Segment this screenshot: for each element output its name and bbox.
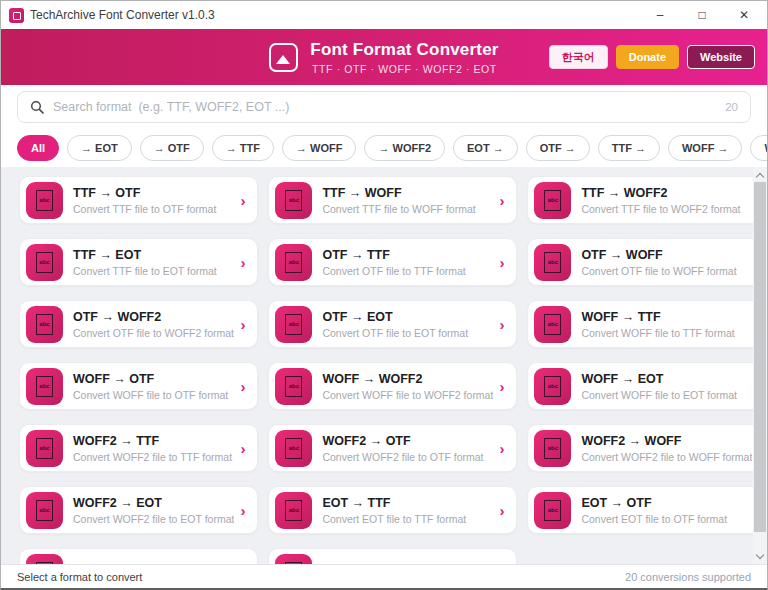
conversion-card[interactable]: abcTTF → OTFConvert TTF file to OTF form…: [19, 176, 258, 224]
abc-glyph: abc: [36, 376, 53, 397]
titlebar: TechArchive Font Converter v1.0.3 – □ ✕: [1, 1, 767, 29]
conversion-card[interactable]: abcWOFF → TTFConvert WOFF file to TTF fo…: [527, 300, 767, 348]
card-subtitle: Convert OTF file to WOFF format: [581, 265, 752, 277]
chevron-right-icon: ›: [240, 193, 245, 208]
conversion-card[interactable]: abcWOFF → OTFConvert WOFF file to OTF fo…: [19, 362, 258, 410]
filter-chip-woff[interactable]: WOFF →: [668, 135, 742, 161]
abc-glyph: abc: [544, 252, 561, 273]
app-header: Font Format Converter TTF · OTF · WOFF ·…: [1, 29, 767, 85]
chevron-right-icon: ›: [240, 441, 245, 456]
chevron-right-icon: ›: [240, 379, 245, 394]
conversion-card[interactable]: abcOTF → TTFConvert OTF file to TTF form…: [268, 238, 517, 286]
conversion-card[interactable]: abcWOFF2 → TTFConvert WOFF2 file to TTF …: [19, 424, 258, 472]
card-subtitle: Convert WOFF2 file to TTF format: [73, 451, 234, 463]
card-title: TTF → WOFF2: [581, 186, 752, 200]
chevron-right-icon: ›: [240, 503, 245, 518]
font-file-icon: abc: [26, 182, 63, 219]
conversion-card[interactable]: abcWOFF → EOTConvert WOFF file to EOT fo…: [527, 362, 767, 410]
conversion-card[interactable]: abcTTF → WOFFConvert TTF file to WOFF fo…: [268, 176, 517, 224]
search-result-count: 20: [725, 101, 738, 113]
card-subtitle: Convert WOFF2 file to WOFF format: [581, 451, 752, 463]
card-text: WOFF → EOTConvert WOFF file to EOT forma…: [581, 372, 752, 401]
filter-chip-ttf[interactable]: → TTF: [212, 135, 274, 161]
filter-chip-woff2[interactable]: → WOFF2: [364, 135, 445, 161]
page-subtitle: TTF · OTF · WOFF · WOFF2 · EOT: [310, 63, 498, 75]
card-subtitle: Convert WOFF file to WOFF2 format: [322, 389, 493, 401]
font-file-icon: abc: [534, 244, 571, 281]
donate-button[interactable]: Donate: [616, 45, 679, 69]
maximize-button[interactable]: □: [681, 1, 723, 29]
filter-chip-all[interactable]: All: [17, 135, 59, 161]
font-file-icon: abc: [275, 306, 312, 343]
conversion-card[interactable]: abcEOT → OTFConvert EOT file to OTF form…: [527, 486, 767, 534]
conversion-card[interactable]: abcWOFF → WOFF2Convert WOFF file to WOFF…: [268, 362, 517, 410]
card-text: TTF → OTFConvert TTF file to OTF format: [73, 186, 234, 215]
abc-glyph: abc: [36, 314, 53, 335]
filter-chip-otf[interactable]: OTF →: [526, 135, 590, 161]
statusbar: Select a format to convert 20 conversion…: [1, 564, 767, 588]
abc-glyph: abc: [36, 438, 53, 459]
chevron-right-icon: ›: [499, 317, 504, 332]
conversion-card-partial[interactable]: abc›: [19, 548, 258, 564]
conversion-card[interactable]: abcOTF → EOTConvert OTF file to EOT form…: [268, 300, 517, 348]
conversion-card[interactable]: abcEOT → TTFConvert EOT file to TTF form…: [268, 486, 517, 534]
font-file-icon: abc: [26, 368, 63, 405]
font-file-icon: abc: [26, 306, 63, 343]
scrollbar-thumb[interactable]: [754, 182, 766, 532]
scroll-down-arrow-icon[interactable]: [753, 549, 767, 563]
font-file-icon: abc: [534, 430, 571, 467]
abc-glyph: abc: [36, 190, 53, 211]
conversion-card[interactable]: abcOTF → WOFF2Convert OTF file to WOFF2 …: [19, 300, 258, 348]
card-subtitle: Convert TTF file to WOFF format: [322, 203, 493, 215]
card-text: WOFF → OTFConvert WOFF file to OTF forma…: [73, 372, 234, 401]
filter-chip-eot[interactable]: → EOT: [67, 135, 132, 161]
abc-glyph: abc: [36, 252, 53, 273]
card-title: OTF → EOT: [322, 310, 493, 324]
conversion-card[interactable]: abcTTF → EOTConvert TTF file to EOT form…: [19, 238, 258, 286]
scrollbar[interactable]: [753, 167, 767, 564]
search-input[interactable]: [53, 100, 716, 114]
scroll-up-arrow-icon[interactable]: [753, 168, 767, 182]
close-button[interactable]: ✕: [723, 1, 765, 29]
search-box[interactable]: 20: [17, 91, 751, 123]
app-window: TechArchive Font Converter v1.0.3 – □ ✕ …: [0, 0, 768, 590]
conversion-card[interactable]: abcOTF → WOFFConvert OTF file to WOFF fo…: [527, 238, 767, 286]
font-file-icon: abc: [534, 306, 571, 343]
conversion-card[interactable]: abcTTF → WOFF2Convert TTF file to WOFF2 …: [527, 176, 767, 224]
abc-glyph: abc: [285, 376, 302, 397]
conversion-card-partial[interactable]: abc›: [268, 548, 517, 564]
abc-glyph: abc: [544, 500, 561, 521]
card-text: WOFF2 → EOTConvert WOFF2 file to EOT for…: [73, 496, 234, 525]
language-korean-button[interactable]: 한국어: [549, 45, 608, 69]
filter-chip-woff[interactable]: → WOFF: [282, 135, 356, 161]
minimize-button[interactable]: –: [639, 1, 681, 29]
filter-chip-eot[interactable]: EOT →: [453, 135, 518, 161]
font-file-icon: abc: [26, 430, 63, 467]
card-text: WOFF → TTFConvert WOFF file to TTF forma…: [581, 310, 752, 339]
abc-glyph: abc: [36, 562, 53, 565]
conversion-card[interactable]: abcWOFF2 → EOTConvert WOFF2 file to EOT …: [19, 486, 258, 534]
abc-glyph: abc: [285, 562, 302, 565]
font-converter-icon: [269, 43, 298, 72]
abc-glyph: abc: [285, 252, 302, 273]
card-subtitle: Convert TTF file to OTF format: [73, 203, 234, 215]
card-title: WOFF → OTF: [73, 372, 234, 386]
chevron-right-icon: ›: [499, 379, 504, 394]
card-title: OTF → WOFF: [581, 248, 752, 262]
conversion-card[interactable]: abcWOFF2 → WOFFConvert WOFF2 file to WOF…: [527, 424, 767, 472]
card-title: OTF → TTF: [322, 248, 493, 262]
abc-glyph: abc: [36, 500, 53, 521]
filter-chip-ttf[interactable]: TTF →: [598, 135, 660, 161]
font-file-icon: abc: [26, 554, 63, 565]
card-title: EOT → OTF: [581, 496, 752, 510]
card-subtitle: Convert WOFF file to EOT format: [581, 389, 752, 401]
conversion-card[interactable]: abcWOFF2 → OTFConvert WOFF2 file to OTF …: [268, 424, 517, 472]
conversion-count-label: 20 conversions supported: [625, 571, 751, 583]
website-button[interactable]: Website: [687, 45, 755, 69]
filter-chip-bar: All→ EOT→ OTF→ TTF→ WOFF→ WOFF2EOT →OTF …: [1, 129, 767, 167]
font-file-icon: abc: [275, 182, 312, 219]
chevron-right-icon: ›: [499, 503, 504, 518]
card-title: WOFF → WOFF2: [322, 372, 493, 386]
filter-chip-otf[interactable]: → OTF: [140, 135, 204, 161]
filter-chip-woff2[interactable]: WOFF2 →: [750, 135, 768, 161]
